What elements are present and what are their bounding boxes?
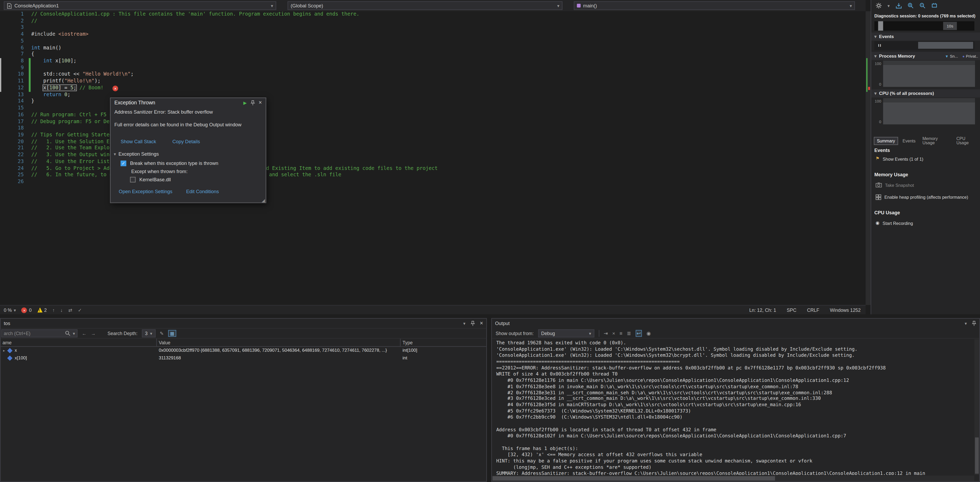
output-line xyxy=(496,421,974,427)
watch-value-cell[interactable]: 311329168 xyxy=(157,355,401,360)
output-line: HINT: this may be a false positive if yo… xyxy=(496,458,974,464)
output-vertical-scrollbar[interactable] xyxy=(974,339,980,475)
search-forward-icon[interactable]: → xyxy=(91,331,95,336)
code-line-8[interactable]: 8 int x[100]; xyxy=(0,58,865,65)
window-menu-icon[interactable]: ▾ xyxy=(965,321,967,326)
project-dropdown[interactable]: ConsoleApplication1 ▾ xyxy=(4,1,276,10)
search-depth-dropdown[interactable]: 3 ▾ xyxy=(142,329,155,337)
code-line-1[interactable]: 1// ConsoleApplication1.cpp : This file … xyxy=(0,11,865,18)
events-track[interactable]: II xyxy=(874,41,974,50)
checkmark-icon[interactable]: ✓ xyxy=(78,307,82,313)
compare-icon[interactable]: ⇄ xyxy=(68,307,72,313)
grid-toggle-icon[interactable]: ▦ xyxy=(168,330,176,337)
show-events-link[interactable]: ⚑ Show Events (1 of 1) xyxy=(876,156,923,161)
chevron-down-icon[interactable]: ▾ xyxy=(888,3,889,8)
zoom-out-icon[interactable] xyxy=(919,2,925,9)
messages-dense-icon[interactable]: ≣ xyxy=(627,330,631,336)
output-line: #4 0x7ff6128e3f5d in mainCRTStartup D:\a… xyxy=(496,402,974,408)
watch-row[interactable]: ▸x0x0000003cbf2ff970 {6881388, 6357091, … xyxy=(0,347,486,354)
navigate-down-icon[interactable]: ↓ xyxy=(60,307,63,313)
output-source-dropdown[interactable]: Debug ▾ xyxy=(538,329,594,337)
toggle-output-icon[interactable]: ◉ xyxy=(646,330,651,336)
pin-icon[interactable] xyxy=(471,321,475,326)
copy-details-link[interactable]: Copy Details xyxy=(172,139,200,144)
module-checkbox[interactable] xyxy=(130,177,135,182)
legend-snapshots-label: Sn... xyxy=(950,54,958,58)
member-dropdown[interactable]: main() ▾ xyxy=(574,1,855,10)
memory-graph[interactable] xyxy=(883,60,975,87)
column-header-name[interactable]: ame xyxy=(0,339,157,346)
code-line-10[interactable]: 10 std::cout << "Hello World!\n"; xyxy=(0,72,865,78)
indent-mode[interactable]: SPC xyxy=(787,307,796,313)
code-line-9[interactable]: 9 xyxy=(0,65,865,72)
events-section-header[interactable]: ▾ Events xyxy=(871,32,980,41)
reset-view-icon[interactable] xyxy=(931,2,937,9)
edit-conditions-link[interactable]: Edit Conditions xyxy=(186,189,219,194)
exception-settings-header[interactable]: ▾ Exception Settings xyxy=(111,144,266,157)
continue-execution-icon[interactable]: ▶ xyxy=(243,100,247,105)
code-line-12[interactable]: 12 x[100] = 5; // Boom! xyxy=(0,85,865,91)
messages-list-icon[interactable]: ≡ xyxy=(619,330,622,336)
resize-grip-icon[interactable]: ◢ xyxy=(262,198,265,203)
output-title-bar[interactable]: Output ▾ xyxy=(492,319,980,328)
tab-events[interactable]: Events xyxy=(900,137,918,144)
code-line-4[interactable]: 4#include <iostream> xyxy=(0,32,865,38)
take-snapshot-button[interactable]: Take Snapshot xyxy=(876,183,914,188)
code-line-2[interactable]: 2// xyxy=(0,18,865,25)
navigate-up-icon[interactable]: ↑ xyxy=(52,307,55,313)
line-ending[interactable]: CRLF xyxy=(807,307,819,313)
export-report-icon[interactable] xyxy=(896,2,902,9)
watch-row[interactable]: x[100]311329168int xyxy=(0,354,486,361)
error-count[interactable]: × 0 xyxy=(21,307,32,313)
enable-heap-profiling-link[interactable]: Enable heap profiling (affects performan… xyxy=(876,194,968,200)
scrollbar-thumb[interactable] xyxy=(975,437,979,474)
zoom-control[interactable]: 0 % ▾ xyxy=(4,307,16,313)
cursor-position[interactable]: Ln: 12, Ch: 1 xyxy=(749,307,776,313)
memory-section-header[interactable]: ▾ Process Memory ▼Sn... ●Privat.. xyxy=(871,52,980,60)
code-line-3[interactable]: 3 xyxy=(0,25,865,31)
break-checkbox[interactable]: ✓ xyxy=(121,161,126,166)
search-back-icon[interactable]: ← xyxy=(82,331,87,336)
zoom-in-icon[interactable] xyxy=(907,2,914,9)
scope-dropdown[interactable]: (Global Scope) ▾ xyxy=(288,1,563,10)
word-wrap-icon[interactable]: ↩ xyxy=(635,329,642,336)
tab-summary[interactable]: Summary xyxy=(874,137,898,145)
pencil-icon[interactable]: ✎ xyxy=(160,331,164,336)
tab-cpu-usage[interactable]: CPU Usage xyxy=(954,135,980,146)
timeline-selection[interactable] xyxy=(878,21,883,30)
output-lines[interactable]: The thread 19628 has exited with code 0 … xyxy=(492,339,974,475)
scrollbar-thumb[interactable] xyxy=(492,476,775,481)
jump-to-message-icon[interactable]: ⇥ xyxy=(604,330,608,336)
settings-gear-icon[interactable] xyxy=(876,2,882,9)
encoding[interactable]: Windows 1252 xyxy=(830,307,861,313)
timeline-ruler[interactable]: 10s xyxy=(874,21,974,30)
window-menu-icon[interactable]: ▾ xyxy=(463,321,465,326)
pin-icon[interactable] xyxy=(972,321,976,326)
tab-memory-usage[interactable]: Memory Usage xyxy=(920,135,952,146)
code-line-5[interactable]: 5 xyxy=(0,38,865,45)
events-header-label: Events xyxy=(879,34,894,39)
autos-title-bar[interactable]: tos ▾ × xyxy=(0,319,486,328)
chevron-down-icon[interactable]: ▾ xyxy=(73,331,75,336)
editor-vertical-scrollbar[interactable] xyxy=(865,11,870,305)
column-header-value[interactable]: Value xyxy=(157,339,401,346)
close-icon[interactable]: × xyxy=(258,100,262,105)
cpu-section-header[interactable]: ▾ CPU (% of all processors) xyxy=(871,89,980,97)
output-horizontal-scrollbar[interactable] xyxy=(492,476,974,481)
exception-marker-icon[interactable]: × xyxy=(113,86,118,91)
watch-value-cell[interactable]: 0x0000003cbf2ff970 {6881388, 6357091, 68… xyxy=(157,347,401,353)
expander-icon[interactable]: ▸ xyxy=(2,348,6,352)
clear-all-icon[interactable]: × xyxy=(612,330,615,336)
cpu-graph[interactable] xyxy=(883,98,975,124)
code-line-7[interactable]: 7{ xyxy=(0,51,865,58)
close-icon[interactable]: × xyxy=(480,321,483,326)
start-recording-button[interactable]: ◉ Start Recording xyxy=(876,221,913,226)
code-line-6[interactable]: 6int main() xyxy=(0,45,865,51)
show-call-stack-link[interactable]: Show Call Stack xyxy=(121,139,156,144)
pin-icon[interactable] xyxy=(251,100,255,105)
column-header-type[interactable]: Type xyxy=(401,340,486,345)
open-exception-settings-link[interactable]: Open Exception Settings xyxy=(119,189,172,194)
code-line-11[interactable]: 11 printf("Hello!\n"); xyxy=(0,78,865,85)
warning-count[interactable]: ! 2 xyxy=(37,307,47,313)
search-input[interactable]: arch (Ctrl+E) ▾ xyxy=(1,329,78,337)
